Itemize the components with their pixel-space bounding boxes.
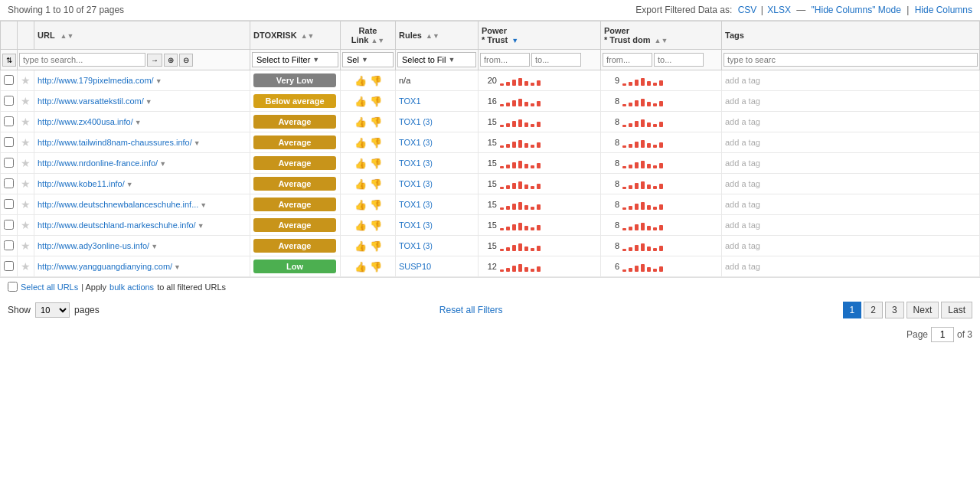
page-2-btn[interactable]: 2 bbox=[864, 302, 883, 318]
url-link[interactable]: http://www.zx400usa.info/ bbox=[38, 117, 133, 126]
thumbs-up-icon[interactable]: 👍 bbox=[354, 240, 367, 252]
rule-count[interactable]: (3) bbox=[423, 139, 433, 147]
url-link[interactable]: http://www.nrdonline-france.info/ bbox=[38, 158, 158, 168]
rule-count[interactable]: (3) bbox=[423, 118, 433, 126]
star-icon[interactable]: ★ bbox=[21, 136, 31, 149]
row-checkbox[interactable] bbox=[4, 158, 14, 168]
url-dropdown-arrow[interactable]: ▼ bbox=[159, 160, 166, 168]
url-link[interactable]: http://www.ady3online-us.info/ bbox=[38, 241, 149, 250]
rule-link[interactable]: TOX1 bbox=[399, 117, 421, 126]
row-checkbox[interactable] bbox=[4, 75, 14, 85]
rule-count[interactable]: (3) bbox=[423, 221, 433, 230]
bulk-actions-link[interactable]: bulk actions bbox=[109, 282, 154, 292]
thumbs-down-icon[interactable]: 👎 bbox=[370, 75, 382, 87]
power2-to-input[interactable] bbox=[654, 53, 704, 67]
rule-count[interactable]: (3) bbox=[423, 180, 433, 188]
star-icon[interactable]: ★ bbox=[21, 74, 31, 87]
thumbs-down-icon[interactable]: 👎 bbox=[370, 199, 382, 211]
rule-count[interactable]: (3) bbox=[423, 242, 433, 250]
rate-filter-btn[interactable]: Sel ▼ bbox=[342, 52, 394, 67]
power1-sort-icon[interactable]: ▼ bbox=[511, 37, 518, 44]
add-tag-btn[interactable]: add a tag bbox=[725, 262, 760, 271]
select-all-checkbox[interactable] bbox=[8, 282, 18, 292]
rule-link[interactable]: TOX1 bbox=[399, 96, 421, 106]
xlsx-link[interactable]: XLSX bbox=[767, 5, 791, 15]
star-icon[interactable]: ★ bbox=[21, 95, 31, 107]
page-3-btn[interactable]: 3 bbox=[885, 302, 904, 318]
current-page-input[interactable] bbox=[931, 327, 954, 342]
add-tag-btn[interactable]: add a tag bbox=[725, 117, 760, 126]
url-link[interactable]: http://www.deutschland-markeschuhe.info/ bbox=[38, 220, 196, 230]
thumbs-down-icon[interactable]: 👎 bbox=[370, 96, 382, 107]
tags-search-input[interactable] bbox=[724, 53, 978, 67]
url-link[interactable]: http://www.varsattekstil.com/ bbox=[38, 96, 144, 106]
hide-mode-link[interactable]: "Hide Columns" Mode bbox=[812, 5, 901, 15]
thumbs-up-icon[interactable]: 👍 bbox=[354, 75, 367, 87]
filter-add-btn[interactable]: ⊕ bbox=[164, 54, 178, 67]
add-tag-btn[interactable]: add a tag bbox=[725, 220, 760, 230]
row-checkbox[interactable] bbox=[4, 240, 14, 250]
row-checkbox[interactable] bbox=[4, 137, 14, 147]
star-icon[interactable]: ★ bbox=[21, 116, 31, 128]
row-checkbox[interactable] bbox=[4, 178, 14, 188]
row-checkbox[interactable] bbox=[4, 261, 14, 271]
url-dropdown-arrow[interactable]: ▼ bbox=[200, 201, 207, 209]
thumbs-up-icon[interactable]: 👍 bbox=[354, 116, 367, 128]
add-tag-btn[interactable]: add a tag bbox=[725, 158, 760, 168]
rules-header[interactable]: Rules ▲▼ bbox=[396, 21, 479, 50]
dtox-header[interactable]: DTOXRISK ▲▼ bbox=[250, 21, 341, 50]
page-1-btn[interactable]: 1 bbox=[843, 302, 862, 318]
url-link[interactable]: http://www.yangguangdianying.com/ bbox=[38, 262, 172, 271]
row-checkbox[interactable] bbox=[4, 220, 14, 230]
url-dropdown-arrow[interactable]: ▼ bbox=[145, 98, 152, 106]
power1-header[interactable]: Power* Trust ▼ bbox=[479, 21, 601, 50]
url-link[interactable]: http://www.179pixelmedia.com/ bbox=[38, 76, 154, 85]
search-go-btn[interactable]: → bbox=[147, 54, 162, 67]
star-icon[interactable]: ★ bbox=[21, 240, 31, 252]
url-link[interactable]: http://www.kobe11.info/ bbox=[38, 179, 125, 188]
rule-link[interactable]: TOX1 bbox=[399, 220, 421, 230]
rule-count[interactable]: (3) bbox=[423, 201, 433, 209]
thumbs-up-icon[interactable]: 👍 bbox=[354, 158, 367, 169]
thumbs-down-icon[interactable]: 👎 bbox=[370, 116, 382, 128]
star-icon[interactable]: ★ bbox=[21, 178, 31, 190]
star-icon[interactable]: ★ bbox=[21, 260, 31, 273]
rule-link[interactable]: SUSP10 bbox=[399, 262, 431, 271]
url-dropdown-arrow[interactable]: ▼ bbox=[198, 222, 204, 230]
url-dropdown-arrow[interactable]: ▼ bbox=[155, 77, 162, 85]
thumbs-up-icon[interactable]: 👍 bbox=[354, 261, 367, 273]
rules-sort-icon[interactable]: ▲▼ bbox=[426, 32, 439, 40]
url-dropdown-arrow[interactable]: ▼ bbox=[126, 181, 133, 188]
add-tag-btn[interactable]: add a tag bbox=[725, 241, 760, 250]
rule-link[interactable]: TOX1 bbox=[399, 241, 421, 250]
power1-to-input[interactable] bbox=[531, 53, 581, 67]
thumbs-down-icon[interactable]: 👎 bbox=[370, 220, 382, 231]
url-dropdown-arrow[interactable]: ▼ bbox=[135, 119, 142, 126]
star-icon[interactable]: ★ bbox=[21, 198, 31, 211]
thumbs-up-icon[interactable]: 👍 bbox=[354, 96, 367, 107]
thumbs-down-icon[interactable]: 👎 bbox=[370, 158, 382, 169]
rule-count[interactable]: (3) bbox=[423, 159, 433, 168]
rule-link[interactable]: TOX1 bbox=[399, 138, 421, 147]
add-tag-btn[interactable]: add a tag bbox=[725, 76, 760, 85]
url-dropdown-arrow[interactable]: ▼ bbox=[194, 139, 201, 147]
next-btn[interactable]: Next bbox=[906, 302, 939, 318]
rate-header[interactable]: RateLink ▲▼ bbox=[341, 21, 396, 50]
reset-filters-link[interactable]: Reset all Filters bbox=[439, 305, 503, 315]
power1-from-input[interactable] bbox=[480, 53, 530, 67]
page-size-select[interactable]: 10 25 50 100 bbox=[35, 302, 70, 318]
thumbs-down-icon[interactable]: 👎 bbox=[370, 261, 382, 273]
rate-sort-icon[interactable]: ▲▼ bbox=[371, 37, 384, 44]
thumbs-down-icon[interactable]: 👎 bbox=[370, 240, 382, 252]
rule-link[interactable]: TOX1 bbox=[399, 179, 421, 188]
hide-columns-link[interactable]: Hide Columns bbox=[915, 5, 972, 15]
thumbs-up-icon[interactable]: 👍 bbox=[354, 199, 367, 211]
thumbs-up-icon[interactable]: 👍 bbox=[354, 220, 367, 231]
add-tag-btn[interactable]: add a tag bbox=[725, 138, 760, 147]
rules-filter-btn[interactable]: Select to Fil ▼ bbox=[397, 52, 476, 67]
url-dropdown-arrow[interactable]: ▼ bbox=[174, 263, 181, 271]
url-search-input[interactable] bbox=[19, 53, 145, 67]
thumbs-up-icon[interactable]: 👍 bbox=[354, 137, 367, 149]
power2-from-input[interactable] bbox=[603, 53, 652, 67]
url-header[interactable]: URL ▲▼ bbox=[34, 21, 250, 50]
